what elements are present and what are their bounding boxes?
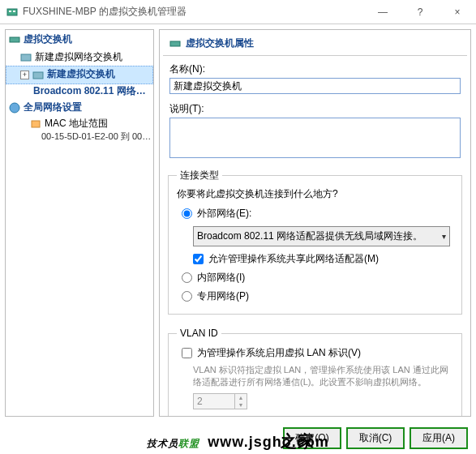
svg-rect-5 (33, 72, 43, 79)
svg-rect-0 (7, 9, 17, 15)
tree-section-virtual-switches: 虚拟交换机 (6, 30, 153, 49)
apply-button[interactable]: 应用(A) (410, 427, 468, 449)
checkbox-allow-mgmt[interactable] (193, 254, 204, 264)
properties-header: 虚拟交换机属性 (163, 32, 467, 56)
name-label: 名称(N): (169, 62, 461, 76)
tree-item-label: 新建虚拟交换机 (47, 67, 115, 81)
expander-icon[interactable]: + (20, 71, 29, 79)
radio-external-label: 外部网络(E): (197, 207, 251, 221)
svg-rect-2 (13, 11, 15, 12)
ok-button[interactable]: 确定(O) (283, 427, 341, 449)
titlebar: FUXSHINE-MBP 的虚拟交换机管理器 — ? × (0, 0, 476, 24)
description-label: 说明(T): (169, 102, 461, 116)
vlan-id-spinner: ▲ ▼ (193, 393, 247, 409)
svg-point-6 (10, 103, 19, 113)
nic-icon (20, 53, 32, 62)
app-icon (6, 6, 18, 18)
connection-type-legend: 连接类型 (177, 169, 222, 182)
properties-panel: 虚拟交换机属性 名称(N): 说明(T): 连接类型 你要将此虚拟交换机连接到什… (159, 29, 471, 417)
svg-rect-8 (170, 41, 180, 46)
vlan-legend: VLAN ID (177, 328, 221, 339)
adapter-selected: Broadcom 802.11 网络适配器提供无线局域网连接。 (197, 229, 422, 243)
cancel-button[interactable]: 取消(C) (346, 427, 405, 449)
chevron-down-icon: ▾ (442, 232, 446, 241)
window-title: FUXSHINE-MBP 的虚拟交换机管理器 (23, 5, 187, 19)
tree-item-new-switch-network[interactable]: 新建虚拟网络交换机 (6, 49, 153, 66)
adapter-dropdown[interactable]: Broadcom 802.11 网络适配器提供无线局域网连接。 ▾ (193, 226, 450, 246)
vlan-hint: VLAN 标识符指定虚拟 LAN，管理操作系统使用该 LAN 通过此网络适配器进… (193, 364, 453, 388)
nic-icon (32, 71, 44, 80)
dialog-buttons: 确定(O) 取消(C) 应用(A) (283, 427, 468, 449)
description-input[interactable] (169, 118, 461, 158)
checkbox-allow-mgmt-label: 允许管理操作系统共享此网络适配器(M) (208, 252, 379, 266)
radio-private-label: 专用网络(P) (197, 289, 249, 303)
radio-external[interactable] (182, 208, 192, 219)
properties-header-label: 虚拟交换机属性 (186, 36, 254, 50)
name-input[interactable] (169, 78, 461, 94)
vlan-id-input (194, 394, 234, 409)
vlan-fieldset: VLAN ID 为管理操作系统启用虚拟 LAN 标识(V) VLAN 标识符指定… (168, 328, 462, 417)
checkbox-vlan-enable[interactable] (182, 348, 192, 358)
help-button[interactable]: ? (401, 0, 439, 24)
tree-item-label: MAC 地址范围 (45, 117, 108, 131)
radio-internal[interactable] (182, 272, 192, 283)
mac-icon (30, 119, 41, 129)
tree-header-label: 虚拟交换机 (24, 32, 72, 46)
checkbox-vlan-enable-label: 为管理操作系统启用虚拟 LAN 标识(V) (197, 346, 361, 360)
close-button[interactable]: × (439, 0, 476, 24)
tree-section-global: 全局网络设置 (6, 98, 153, 117)
tree-item-label: 新建虚拟网络交换机 (35, 50, 122, 64)
svg-rect-3 (10, 37, 19, 42)
tree-panel: 虚拟交换机 新建虚拟网络交换机 + 新建虚拟交换机 Broadcom 802.1… (5, 29, 154, 417)
tree-item-adapter[interactable]: Broadcom 802.11 网络适配器... (6, 84, 153, 98)
switch-icon (9, 34, 20, 45)
svg-rect-1 (9, 11, 11, 12)
spinner-down-icon: ▼ (235, 401, 247, 409)
svg-rect-4 (21, 54, 31, 61)
spinner-up-icon: ▲ (235, 394, 247, 401)
radio-private[interactable] (182, 291, 192, 302)
svg-rect-7 (32, 121, 40, 127)
tree-item-new-switch[interactable]: + 新建虚拟交换机 (6, 66, 153, 84)
connection-question: 你要将此虚拟交换机连接到什么地方? (177, 187, 453, 201)
switch-icon (169, 38, 181, 49)
radio-internal-label: 内部网络(I) (197, 271, 245, 285)
tree-item-mac-range[interactable]: MAC 地址范围 (6, 117, 153, 131)
tree-header-label: 全局网络设置 (24, 101, 82, 114)
mac-range-value: 00-15-5D-01-E2-00 到 00-15-5D-0... (6, 131, 153, 143)
globe-icon (9, 102, 20, 114)
connection-type-fieldset: 连接类型 你要将此虚拟交换机连接到什么地方? 外部网络(E): Broadcom… (168, 169, 462, 315)
minimize-button[interactable]: — (364, 0, 401, 24)
